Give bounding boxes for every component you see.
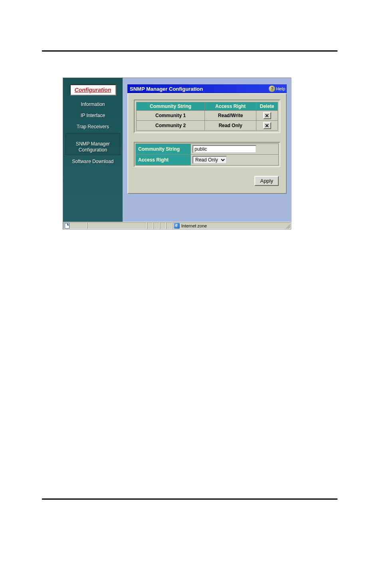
table-row: Community 1 Read/Write ✕ <box>137 111 278 121</box>
community-table: Community String Access Right Delete Com… <box>136 102 278 131</box>
page-title: SNMP Manager Configuration <box>130 86 203 92</box>
statusbar: Internet zone <box>63 222 291 229</box>
apply-row: Apply <box>134 167 280 187</box>
community-string-label: Community String <box>136 144 191 154</box>
status-small-cell <box>147 222 153 229</box>
resize-grip[interactable] <box>285 223 290 229</box>
sidebar: Configuration Information IP Interface T… <box>63 78 123 223</box>
delete-button[interactable]: ✕ <box>263 112 271 119</box>
nav-item-software-download[interactable]: Software Download <box>63 156 123 167</box>
status-small-cell <box>166 222 173 229</box>
sidebar-header-label: Configuration <box>75 87 111 93</box>
nav-item-label: Trap Receivers <box>77 124 109 130</box>
document-icon <box>65 223 69 229</box>
main-panel: Community String Access Right Delete Com… <box>127 93 287 194</box>
cell-delete: ✕ <box>256 121 278 131</box>
status-small-cell <box>153 222 160 229</box>
col-header-community: Community String <box>137 102 205 111</box>
status-doc-cell <box>63 222 87 229</box>
access-right-label: Access Right <box>136 155 191 165</box>
table-header-row: Community String Access Right Delete <box>137 102 278 111</box>
nav-item-ip-interface[interactable]: IP Interface <box>63 110 123 121</box>
status-zone-cell: Internet zone <box>173 222 291 229</box>
nav-item-label: Information <box>81 102 105 107</box>
form-block: Community String Access Right Read Only … <box>134 142 280 167</box>
status-small-cell <box>160 222 166 229</box>
nav-item-label: SNMP Manager Configuration <box>76 141 110 152</box>
top-rule <box>42 50 337 52</box>
nav-item-snmp-manager-configuration[interactable]: SNMP Manager Configuration <box>65 133 120 155</box>
titlebar: SNMP Manager Configuration ? Help <box>127 84 287 93</box>
col-header-delete: Delete <box>256 102 278 111</box>
help-icon: ? <box>269 86 275 92</box>
form-row-community: Community String <box>135 144 279 155</box>
status-zone-text: Internet zone <box>181 223 207 228</box>
access-right-field: Read Only Read/Write <box>191 155 278 165</box>
sidebar-header: Configuration <box>70 84 116 96</box>
cell-community: Community 1 <box>137 111 205 121</box>
table-row: Community 2 Read Only ✕ <box>137 121 278 131</box>
help-label: Help <box>276 86 285 91</box>
nav-item-label: Software Download <box>72 159 113 164</box>
content-area: SNMP Manager Configuration ? Help Commun… <box>123 78 292 223</box>
cell-access: Read Only <box>205 121 256 131</box>
community-table-block: Community String Access Right Delete Com… <box>134 100 280 133</box>
help-button[interactable]: ? Help <box>269 86 285 92</box>
nav-item-information[interactable]: Information <box>63 99 123 110</box>
community-string-field <box>191 144 278 154</box>
cell-access: Read/Write <box>205 111 256 121</box>
apply-button[interactable]: Apply <box>254 176 279 186</box>
form-row-access: Access Right Read Only Read/Write <box>135 155 279 165</box>
col-header-access: Access Right <box>205 102 256 111</box>
nav-item-trap-receivers[interactable]: Trap Receivers <box>63 121 123 132</box>
status-empty-cell <box>87 222 147 229</box>
access-right-select[interactable]: Read Only Read/Write <box>192 156 227 164</box>
cell-delete: ✕ <box>256 111 278 121</box>
nav-item-label: IP Interface <box>81 113 105 118</box>
cell-community: Community 2 <box>137 121 205 131</box>
bottom-rule <box>42 498 337 500</box>
delete-button[interactable]: ✕ <box>263 122 271 129</box>
community-string-input[interactable] <box>192 145 256 153</box>
app-window: Configuration Information IP Interface T… <box>63 78 291 229</box>
ie-icon <box>174 223 180 229</box>
